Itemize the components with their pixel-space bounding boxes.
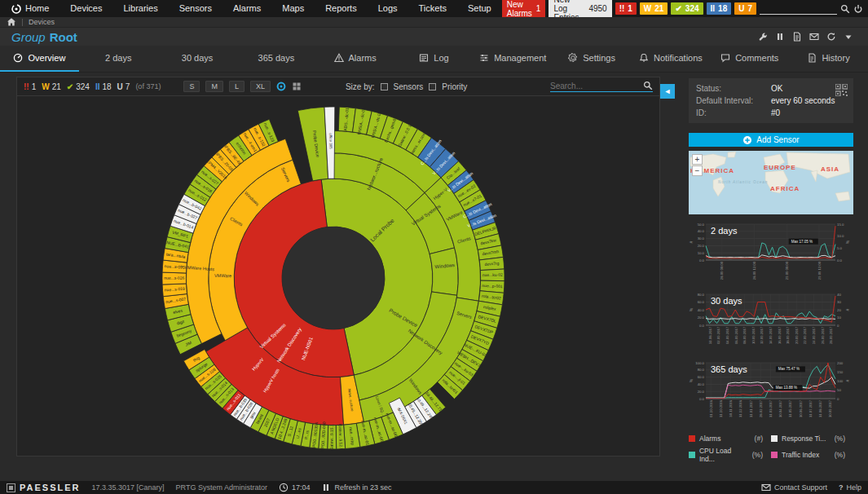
- nav-setup[interactable]: Setup: [457, 0, 502, 17]
- svg-text:80.0: 80.0: [698, 368, 705, 372]
- sunburst-center[interactable]: [282, 227, 385, 329]
- svg-text:%: %: [689, 378, 694, 382]
- tab-overview[interactable]: Overview: [0, 46, 79, 72]
- global-search-input[interactable]: [760, 3, 837, 15]
- svg-text:24.09.2017: 24.09.2017: [812, 326, 816, 344]
- graph-30-days[interactable]: 80.060.040.020.00.040302010031.08.201702…: [689, 289, 853, 353]
- paessler-brand[interactable]: PAESSLER: [7, 483, 80, 492]
- nav-home[interactable]: Home: [0, 0, 59, 17]
- contact-support-link[interactable]: Contact Support: [761, 483, 827, 492]
- size-m-button[interactable]: M: [205, 81, 223, 92]
- help-link[interactable]: ? Help: [839, 483, 861, 492]
- tree-search-input[interactable]: [550, 82, 640, 90]
- sunburst-view-icon[interactable]: [276, 82, 286, 91]
- refresh-countdown[interactable]: Refresh in 23 sec: [321, 483, 391, 492]
- status-bar: PAESSLER 17.3.35.3017 [Canary] PRTG Syst…: [0, 481, 868, 494]
- status-value: OK: [771, 84, 782, 93]
- tab-comments[interactable]: Comments: [710, 46, 789, 72]
- report-icon[interactable]: [792, 32, 802, 42]
- nav-devices[interactable]: Devices: [59, 0, 112, 17]
- add-sensor-button[interactable]: Add Sensor: [689, 133, 853, 147]
- home-icon[interactable]: [7, 17, 16, 27]
- badge-up[interactable]: ✔ 324: [671, 2, 703, 15]
- nav-alarms[interactable]: Alarms: [223, 0, 271, 17]
- svg-text:18.09.2017: 18.09.2017: [786, 326, 790, 344]
- svg-text:30.04.2017: 30.04.2017: [778, 399, 782, 417]
- map-zoom-in-button[interactable]: +: [692, 154, 703, 165]
- sensors-checkbox[interactable]: [381, 83, 388, 90]
- svg-text:5.0: 5.0: [837, 246, 843, 250]
- svg-text:20.0: 20.0: [698, 315, 705, 320]
- nav-libraries[interactable]: Libraries: [112, 0, 168, 17]
- size-l-button[interactable]: L: [229, 81, 245, 92]
- svg-text:50: 50: [837, 388, 841, 392]
- badge-paused[interactable]: II 18: [707, 2, 732, 15]
- badge-down[interactable]: !! 1: [615, 2, 637, 15]
- wrench-icon[interactable]: [758, 32, 768, 42]
- tab-2-days[interactable]: 2 days: [79, 46, 158, 72]
- priority-checkbox[interactable]: [429, 83, 436, 90]
- svg-text:60.0: 60.0: [698, 375, 705, 379]
- count-warning[interactable]: W21: [42, 82, 61, 91]
- svg-text:28.02.2017: 28.02.2017: [759, 399, 763, 417]
- response-swatch: [771, 435, 778, 442]
- svg-text:06.09.2017: 06.09.2017: [734, 326, 738, 344]
- badge-warning[interactable]: W 21: [640, 2, 668, 15]
- tab-log[interactable]: Log: [394, 46, 474, 72]
- svg-text:10.0: 10.0: [698, 251, 705, 255]
- nav-tickets[interactable]: Tickets: [408, 0, 457, 17]
- svg-text:22.09.2017: 22.09.2017: [803, 326, 807, 344]
- nav-logs[interactable]: Logs: [368, 0, 408, 17]
- sidebar-toggle-button[interactable]: ◄: [660, 84, 675, 99]
- pause-icon[interactable]: [775, 32, 785, 42]
- breadcrumb-devices[interactable]: Devices: [29, 18, 55, 26]
- svg-text:01.10.2016: 01.10.2016: [709, 399, 713, 417]
- graph-2-days[interactable]: 50.040.030.020.010.00.015.010.05.00.028.…: [689, 219, 853, 284]
- sunburst-chart[interactable]: ADS...-dc-01DNS/A...-dc-01DNS/A...-dc-02…: [17, 97, 659, 454]
- svg-text:30: 30: [837, 300, 841, 304]
- logout-icon[interactable]: [853, 4, 863, 14]
- count-unusual[interactable]: U7: [117, 82, 130, 91]
- tab-30-days[interactable]: 30 days: [158, 46, 237, 72]
- tab-management[interactable]: Management: [474, 46, 553, 72]
- svg-text:31.08.2017: 31.08.2017: [708, 326, 712, 344]
- search-icon[interactable]: [840, 4, 850, 14]
- tab-notifications[interactable]: Notifications: [632, 46, 711, 72]
- legend-alarms: Alarms (#): [689, 434, 771, 443]
- count-up[interactable]: ✔324: [67, 82, 90, 91]
- alarms-swatch: [689, 435, 695, 442]
- svg-text:31.03.2017: 31.03.2017: [769, 399, 773, 417]
- new-alarms-chip[interactable]: New Alarms 1: [502, 0, 546, 20]
- size-s-button[interactable]: S: [183, 81, 200, 92]
- badge-unusual[interactable]: U 7: [734, 2, 756, 15]
- grid-view-icon[interactable]: [292, 82, 302, 91]
- tab-alarms[interactable]: Alarms: [315, 46, 394, 72]
- map-zoom-out-button[interactable]: −: [692, 165, 703, 176]
- svg-text:10: 10: [837, 315, 841, 320]
- count-paused[interactable]: II18: [95, 82, 112, 91]
- plus-circle-icon: [742, 135, 752, 145]
- down-icon: !!: [619, 4, 625, 13]
- sunburst-label: nue...s-026: [164, 276, 184, 280]
- svg-text:28.09 00:00: 28.09 00:00: [720, 261, 724, 280]
- title-bar: GroupRoot: [0, 28, 868, 46]
- refresh-icon[interactable]: [826, 32, 836, 42]
- nav-reports[interactable]: Reports: [315, 0, 368, 17]
- size-xl-button[interactable]: XL: [250, 81, 271, 92]
- qr-code-icon[interactable]: [835, 84, 848, 96]
- tab-history[interactable]: History: [789, 46, 868, 72]
- nav-maps[interactable]: Maps: [271, 0, 315, 17]
- nav-sensors[interactable]: Sensors: [169, 0, 223, 17]
- count-down[interactable]: !!1: [24, 82, 36, 91]
- email-icon[interactable]: [809, 32, 819, 42]
- tab-365-days[interactable]: 365 days: [236, 46, 315, 72]
- tab-settings[interactable]: Settings: [553, 46, 632, 72]
- tree-search-icon[interactable]: [643, 81, 653, 90]
- graph-365-days[interactable]: 100.080.060.040.020.00.020015010050001.1…: [689, 358, 853, 433]
- svg-text:0: 0: [837, 324, 839, 328]
- chevron-down-icon[interactable]: [844, 32, 853, 42]
- sunburst-segment[interactable]: [430, 248, 458, 295]
- sunburst-segment[interactable]: [297, 107, 328, 181]
- geo-map[interactable]: + − H AMERICA EUROPE ASIA AFRICA North A…: [689, 151, 853, 214]
- svg-text:30.09.2017: 30.09.2017: [828, 399, 832, 417]
